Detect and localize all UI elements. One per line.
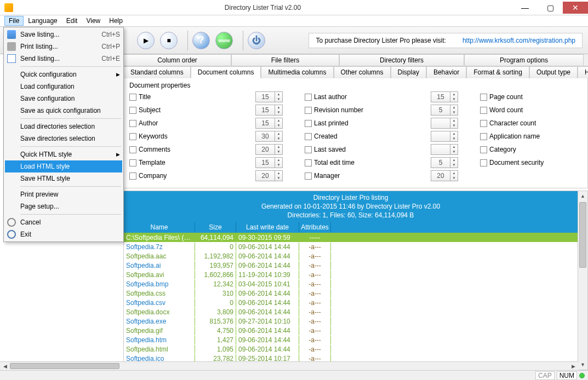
menu-load-directories-selection[interactable]: Load directories selection bbox=[5, 120, 122, 133]
scroll-up-icon[interactable]: ▲ bbox=[578, 191, 587, 201]
width-spinner[interactable]: 30 ▲▼ bbox=[255, 131, 283, 142]
checkbox[interactable] bbox=[305, 120, 312, 127]
minimize-button[interactable]: — bbox=[512, 2, 538, 14]
spin-down-icon[interactable]: ▼ bbox=[450, 176, 458, 181]
spin-down-icon[interactable]: ▼ bbox=[275, 149, 282, 154]
menu-save-configuration[interactable]: Save configuration bbox=[5, 93, 122, 105]
spin-up-icon[interactable]: ▲ bbox=[450, 118, 458, 123]
file-row[interactable]: Softpedia.htm 1,427 09-06-2014 14:44 -a-… bbox=[124, 335, 578, 344]
checkbox[interactable] bbox=[129, 120, 136, 127]
spin-up-icon[interactable]: ▲ bbox=[275, 92, 282, 97]
menu-file[interactable]: File bbox=[4, 16, 24, 26]
width-spinner[interactable]: 15 ▲▼ bbox=[431, 91, 458, 102]
file-row[interactable]: Softpedia.css 310 09-06-2014 14:44 -a--- bbox=[124, 289, 578, 298]
spin-up-icon[interactable]: ▲ bbox=[275, 105, 282, 110]
menu-load-configuration[interactable]: Load configuration bbox=[5, 80, 122, 93]
play-button[interactable]: ▶ bbox=[137, 32, 155, 49]
checkbox[interactable] bbox=[305, 133, 312, 140]
www-button[interactable]: www bbox=[215, 32, 233, 49]
scroll-left-icon[interactable]: ◀ bbox=[0, 362, 10, 370]
menu-load-html-style[interactable]: Load HTML style bbox=[5, 160, 122, 172]
menu-exit[interactable]: Exit bbox=[5, 228, 122, 240]
tab-standard-columns[interactable]: Standard columns bbox=[123, 66, 191, 78]
spin-up-icon[interactable]: ▲ bbox=[275, 145, 282, 149]
menu-page-setup[interactable]: Page setup... bbox=[5, 200, 122, 212]
spin-up-icon[interactable]: ▲ bbox=[450, 105, 458, 110]
width-spinner[interactable]: ▲▼ bbox=[431, 118, 458, 129]
file-row[interactable]: Softpedia.exe 815,376 09-27-2014 10:10 -… bbox=[124, 316, 578, 326]
col-date[interactable]: Last write date bbox=[236, 222, 299, 233]
checkbox[interactable] bbox=[129, 172, 136, 180]
checkbox[interactable] bbox=[480, 120, 487, 127]
tab-program-options[interactable]: Program options bbox=[464, 54, 584, 66]
checkbox[interactable] bbox=[129, 107, 136, 114]
scroll-down-icon[interactable]: ▼ bbox=[578, 360, 587, 370]
purchase-link[interactable]: http://www.krksoft.com/registration.php bbox=[463, 37, 575, 44]
scroll-right-icon[interactable]: ▶ bbox=[568, 362, 578, 370]
menu-print-preview[interactable]: Print preview bbox=[5, 188, 122, 200]
spin-down-icon[interactable]: ▼ bbox=[275, 163, 282, 168]
checkbox[interactable] bbox=[305, 146, 312, 153]
spin-down-icon[interactable]: ▼ bbox=[275, 123, 282, 128]
width-spinner[interactable]: ▲▼ bbox=[431, 131, 458, 142]
spin-up-icon[interactable]: ▲ bbox=[450, 158, 458, 163]
file-row[interactable]: Softpedia.docx 3,809 09-06-2014 14:44 -a… bbox=[124, 307, 578, 316]
checkbox[interactable] bbox=[480, 107, 487, 114]
file-row[interactable]: Softpedia.gif 4,750 09-06-2014 14:44 -a-… bbox=[124, 326, 578, 335]
spin-down-icon[interactable]: ▼ bbox=[275, 97, 282, 102]
menu-view[interactable]: View bbox=[82, 16, 105, 26]
spin-down-icon[interactable]: ▼ bbox=[275, 176, 282, 181]
tab-multimedia-columns[interactable]: Multimedia columns bbox=[261, 66, 333, 78]
menu-cancel[interactable]: Cancel bbox=[5, 216, 122, 228]
tab-behavior[interactable]: Behavior bbox=[426, 66, 466, 78]
width-spinner[interactable]: 15 ▲▼ bbox=[255, 157, 283, 168]
spin-up-icon[interactable]: ▲ bbox=[275, 131, 282, 136]
checkbox[interactable] bbox=[129, 159, 136, 166]
file-row[interactable]: Softpedia.aac 1,192,982 09-06-2014 14:44… bbox=[124, 251, 578, 261]
menu-save-html-style[interactable]: Save HTML style bbox=[5, 172, 122, 185]
tab-directory-filters[interactable]: Directory filters bbox=[339, 54, 464, 66]
checkbox[interactable] bbox=[305, 159, 312, 166]
checkbox[interactable] bbox=[305, 107, 312, 114]
hscroll-thumb[interactable] bbox=[10, 363, 119, 369]
spin-up-icon[interactable]: ▲ bbox=[450, 145, 458, 149]
help-button[interactable]: ? bbox=[192, 32, 210, 49]
width-spinner[interactable]: 5 ▲▼ bbox=[431, 157, 458, 168]
spin-down-icon[interactable]: ▼ bbox=[275, 136, 282, 141]
spin-down-icon[interactable]: ▼ bbox=[450, 149, 458, 154]
col-attr[interactable]: Attributes bbox=[299, 222, 331, 233]
menu-quick-html-style[interactable]: Quick HTML style▶ bbox=[5, 148, 122, 160]
checkbox[interactable] bbox=[129, 133, 136, 140]
scroll-thumb[interactable] bbox=[579, 202, 586, 268]
menu-save-listing[interactable]: Save listing...Ctrl+S bbox=[5, 28, 122, 41]
spin-up-icon[interactable]: ▲ bbox=[450, 131, 458, 136]
menu-quick-configuration[interactable]: Quick configuration▶ bbox=[5, 68, 122, 80]
spin-down-icon[interactable]: ▼ bbox=[275, 110, 282, 115]
tab-other-columns[interactable]: Other columns bbox=[334, 66, 391, 78]
stop-button[interactable]: ■ bbox=[160, 32, 178, 49]
spin-up-icon[interactable]: ▲ bbox=[275, 158, 282, 163]
checkbox[interactable] bbox=[305, 94, 312, 101]
tab-document-columns[interactable]: Document columns bbox=[191, 66, 261, 78]
spin-up-icon[interactable]: ▲ bbox=[275, 171, 282, 176]
menu-save-directories-selection[interactable]: Save directories selection bbox=[5, 133, 122, 145]
file-row[interactable]: Softpedia.html 1,095 09-06-2014 14:44 -a… bbox=[124, 344, 578, 354]
tab-file-filters[interactable]: File filters bbox=[231, 54, 339, 66]
spin-down-icon[interactable]: ▼ bbox=[450, 136, 458, 141]
width-spinner[interactable]: 20 ▲▼ bbox=[255, 170, 283, 181]
spin-down-icon[interactable]: ▼ bbox=[450, 123, 458, 128]
file-row[interactable]: Softpedia.csv 0 09-06-2014 14:44 -a--- bbox=[124, 298, 578, 307]
checkbox[interactable] bbox=[480, 94, 487, 101]
tab-column-order[interactable]: Column order bbox=[123, 54, 231, 66]
menu-save-as-quick-configuration[interactable]: Save as quick configuration bbox=[5, 105, 122, 117]
menu-edit[interactable]: Edit bbox=[62, 16, 82, 26]
spin-up-icon[interactable]: ▲ bbox=[275, 118, 282, 123]
vertical-scrollbar[interactable]: ▲ ▼ bbox=[578, 191, 587, 370]
spin-down-icon[interactable]: ▼ bbox=[450, 97, 458, 102]
checkbox[interactable] bbox=[129, 94, 136, 101]
spin-down-icon[interactable]: ▼ bbox=[450, 163, 458, 168]
file-row[interactable]: Softpedia.7z 0 09-06-2014 14:44 -a--- bbox=[124, 242, 578, 251]
menu-send-listing[interactable]: Send listing...Ctrl+E bbox=[5, 53, 122, 65]
checkbox[interactable] bbox=[305, 172, 312, 180]
tab-html[interactable]: HTML bbox=[578, 66, 588, 78]
